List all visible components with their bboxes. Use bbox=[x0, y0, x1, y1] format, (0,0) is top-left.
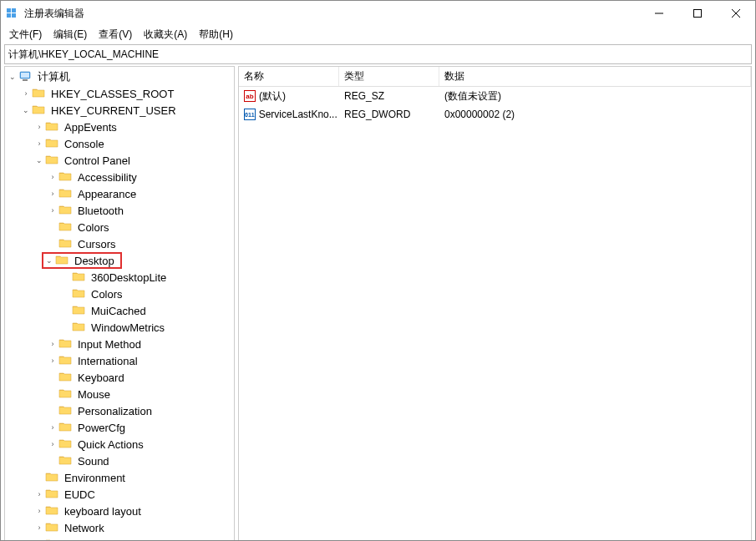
menu-file[interactable]: 文件(F) bbox=[4, 26, 47, 44]
tree-item-personalization[interactable]: Personalization bbox=[5, 402, 234, 419]
folder-icon bbox=[45, 538, 58, 541]
col-header-data[interactable]: 数据 bbox=[439, 67, 751, 86]
tree-label: HKEY_CLASSES_ROOT bbox=[48, 87, 176, 101]
chevron-down-icon[interactable]: ⌄ bbox=[33, 156, 45, 164]
tree-item-computer[interactable]: ⌄计算机 bbox=[5, 68, 234, 85]
tree-label: Cursors bbox=[75, 237, 119, 251]
tree-label: 360DesktopLite bbox=[89, 270, 169, 285]
folder-icon bbox=[45, 521, 58, 534]
chevron-right-icon[interactable]: › bbox=[33, 507, 45, 515]
tree-item-muicached[interactable]: MuiCached bbox=[5, 302, 234, 319]
folder-icon bbox=[58, 371, 72, 384]
tree-item-hkey-classes-root[interactable]: ›HKEY_CLASSES_ROOT bbox=[5, 85, 234, 102]
tree-item-colors[interactable]: Colors bbox=[5, 219, 234, 235]
chevron-right-icon[interactable]: › bbox=[47, 190, 58, 198]
computer-icon bbox=[18, 70, 32, 83]
tree-item-network[interactable]: ›Network bbox=[5, 519, 234, 536]
tree-pane[interactable]: ⌄计算机›HKEY_CLASSES_ROOT⌄HKEY_CURRENT_USER… bbox=[4, 66, 235, 541]
tree-label: Environment bbox=[62, 471, 128, 485]
chevron-right-icon[interactable]: › bbox=[47, 173, 58, 181]
tree-label: Printers bbox=[62, 538, 104, 542]
chevron-right-icon[interactable]: › bbox=[47, 423, 58, 432]
folder-icon bbox=[72, 304, 85, 317]
reg-dword-icon: 011 bbox=[244, 109, 256, 120]
tree-item-sound[interactable]: Sound bbox=[5, 453, 234, 469]
folder-icon bbox=[72, 321, 85, 334]
list-pane[interactable]: 名称 类型 数据 ab(默认)REG_SZ(数值未设置)011ServiceLa… bbox=[238, 66, 752, 541]
tree-item-desktop-colors[interactable]: Colors bbox=[5, 286, 234, 302]
menubar: 文件(F) 编辑(E) 查看(V) 收藏夹(A) 帮助(H) bbox=[1, 26, 755, 44]
tree-item-powercfg[interactable]: ›PowerCfg bbox=[5, 419, 234, 436]
folder-icon bbox=[32, 87, 45, 100]
col-header-name[interactable]: 名称 bbox=[239, 67, 339, 86]
tree-item-input-method[interactable]: ›Input Method bbox=[5, 336, 234, 352]
tree-item-appevents[interactable]: ›AppEvents bbox=[5, 119, 234, 135]
list-row[interactable]: ab(默认)REG_SZ(数值未设置) bbox=[239, 87, 751, 105]
chevron-down-icon[interactable]: ⌄ bbox=[20, 106, 32, 114]
tree-item-environment[interactable]: Environment bbox=[5, 469, 234, 486]
chevron-right-icon[interactable]: › bbox=[33, 139, 45, 148]
menu-view[interactable]: 查看(V) bbox=[94, 26, 137, 44]
tree-item-console[interactable]: ›Console bbox=[5, 135, 234, 152]
folder-icon bbox=[58, 204, 72, 217]
window-title: 注册表编辑器 bbox=[24, 7, 640, 21]
tree-item-eudc[interactable]: ›EUDC bbox=[5, 486, 234, 503]
folder-icon bbox=[58, 354, 72, 367]
minimize-button[interactable] bbox=[640, 1, 678, 26]
value-name: ServiceLastKno... bbox=[259, 109, 337, 120]
menu-edit[interactable]: 编辑(E) bbox=[48, 26, 92, 44]
tree-item-accessibility[interactable]: ›Accessibility bbox=[5, 169, 234, 185]
maximize-button[interactable] bbox=[678, 1, 717, 26]
value-data: (数值未设置) bbox=[444, 89, 501, 104]
tree-item-hkey-current-user[interactable]: ⌄HKEY_CURRENT_USER bbox=[5, 102, 234, 119]
tree-label: Appearance bbox=[75, 187, 139, 201]
chevron-right-icon[interactable]: › bbox=[33, 490, 45, 498]
list-row[interactable]: 011ServiceLastKno...REG_DWORD0x00000002 … bbox=[239, 105, 751, 124]
folder-icon bbox=[72, 287, 85, 301]
folder-icon bbox=[58, 437, 72, 451]
folder-icon bbox=[58, 404, 72, 417]
tree-item-windowmetrics[interactable]: WindowMetrics bbox=[5, 319, 234, 336]
tree-item-international[interactable]: ›International bbox=[5, 352, 234, 369]
chevron-down-icon[interactable]: ⌄ bbox=[43, 256, 55, 265]
tree-item-printers[interactable]: ›Printers bbox=[5, 536, 234, 541]
chevron-right-icon[interactable]: › bbox=[20, 89, 32, 98]
tree-item-appearance[interactable]: ›Appearance bbox=[5, 185, 234, 202]
chevron-right-icon[interactable]: › bbox=[33, 523, 45, 532]
tree-item-360desktoplite[interactable]: 360DesktopLite bbox=[5, 269, 234, 286]
close-button[interactable] bbox=[717, 1, 755, 26]
tree-label: Mouse bbox=[75, 387, 113, 402]
folder-icon bbox=[45, 504, 58, 518]
tree-label: HKEY_CURRENT_USER bbox=[48, 104, 179, 118]
tree-item-quick-actions[interactable]: ›Quick Actions bbox=[5, 436, 234, 453]
chevron-right-icon[interactable]: › bbox=[33, 123, 45, 131]
svg-rect-1 bbox=[12, 8, 16, 13]
folder-icon bbox=[58, 337, 72, 351]
tree-item-keyboard[interactable]: Keyboard bbox=[5, 369, 234, 386]
menu-favorites[interactable]: 收藏夹(A) bbox=[139, 26, 192, 44]
chevron-right-icon[interactable]: › bbox=[47, 440, 58, 448]
chevron-right-icon[interactable]: › bbox=[47, 356, 58, 365]
value-data: 0x00000002 (2) bbox=[444, 109, 515, 120]
tree-item-keyboard-layout[interactable]: ›keyboard layout bbox=[5, 503, 234, 519]
chevron-down-icon[interactable]: ⌄ bbox=[7, 73, 18, 81]
tree-label: AppEvents bbox=[62, 120, 119, 134]
tree-label: WindowMetrics bbox=[89, 321, 167, 335]
window-buttons bbox=[640, 1, 755, 26]
menu-help[interactable]: 帮助(H) bbox=[194, 26, 238, 44]
tree-item-mouse[interactable]: Mouse bbox=[5, 386, 234, 402]
tree-item-cursors[interactable]: Cursors bbox=[5, 235, 234, 252]
col-header-type[interactable]: 类型 bbox=[339, 67, 439, 86]
address-bar bbox=[4, 44, 752, 64]
tree-item-control-panel[interactable]: ⌄Control Panel bbox=[5, 152, 234, 169]
chevron-right-icon[interactable]: › bbox=[47, 340, 58, 348]
tree-label: 计算机 bbox=[35, 68, 73, 85]
tree-label: PowerCfg bbox=[75, 421, 128, 435]
chevron-right-icon[interactable]: › bbox=[47, 206, 58, 215]
tree-label: Personalization bbox=[75, 404, 155, 418]
tree-item-desktop[interactable]: ⌄Desktop bbox=[5, 252, 234, 269]
list-header: 名称 类型 数据 bbox=[239, 67, 751, 87]
folder-icon bbox=[55, 254, 68, 267]
tree-item-bluetooth[interactable]: ›Bluetooth bbox=[5, 202, 234, 219]
address-input[interactable] bbox=[5, 47, 751, 62]
